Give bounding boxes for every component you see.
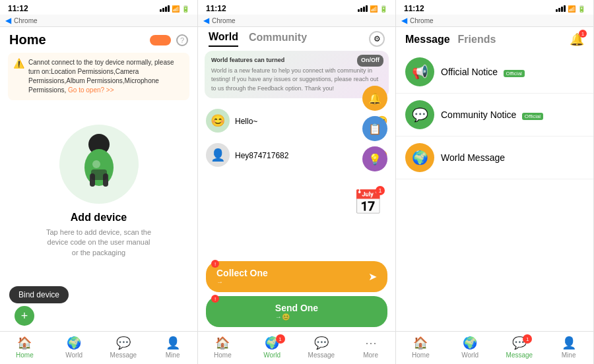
battery-icon-3: 🔋 [578,5,585,13]
collect-red-dot: ! [211,260,219,268]
nav-world-3[interactable]: 🌍 World [446,336,495,359]
settings-button[interactable]: ⚙ [369,31,385,47]
official-badge-0: Official [504,70,525,77]
add-plus-button[interactable]: + [15,306,34,326]
nav-message-2[interactable]: 💬 Message [297,336,346,359]
calendar-icon: 📅 1 [353,189,382,218]
nav-more-label-2: More [363,351,378,359]
bottom-nav-3: 🏠 Home 🌍 World 1 💬 Message 👤 Mine [396,331,593,364]
nav-world-label-1: World [65,351,82,359]
chrome-label-1: Chrome [14,17,38,24]
action-buttons: ! Collect One → ➤ ! Send One →😊 [198,257,395,331]
bar4 [168,5,170,12]
bell-wrapper: 🔔 1 [570,32,584,47]
go-to-open-link[interactable]: Go to open? >> [68,86,114,94]
bottom-nav-2: 🏠 Home 1 🌍 World 💬 Message ⋯ More [198,331,395,364]
msg-content-1: Hello~ [235,115,371,127]
nav-message-1[interactable]: 💬 Message [99,336,148,359]
tab-world[interactable]: World [209,31,238,47]
nav-home-3[interactable]: 🏠 Home [396,336,446,359]
tab-message[interactable]: Message [405,34,450,46]
tab-community[interactable]: Community [249,32,307,46]
nav-mine-3[interactable]: 👤 Mine [544,336,593,359]
bar3-3 [561,7,563,12]
bar4-2 [366,5,368,12]
help-button[interactable]: ? [176,34,188,46]
bar1-3 [556,9,558,12]
nav-home-label-1: Home [16,351,34,359]
banner-toggle-text: World features can turned [211,57,284,63]
world-message-entry[interactable]: 🌍 World Message [396,136,593,179]
community-notice-title: Community Notice [441,109,516,120]
nav-home-2[interactable]: 🏠 Home [198,336,248,359]
signal-bars-2 [358,5,368,12]
floating-buttons: 🔔 📋 💡 [362,86,387,171]
community-notice-entry[interactable]: 💬 Community Notice Official [396,94,593,136]
message-header: Message Friends 🔔 1 [396,27,593,51]
nav-home-1[interactable]: 🏠 Home [0,336,50,359]
nav-message-3[interactable]: 1 💬 Message [495,336,544,359]
msg-text-1: Hello~ [235,117,257,126]
message-nav-badge: 1 [523,334,532,344]
send-button[interactable]: ! Send One →😊 [206,296,387,327]
chrome-label-3: Chrome [410,17,434,24]
toggle-switch[interactable]: On/Off [357,55,383,67]
mine-icon-3: 👤 [562,336,576,350]
fab-purple[interactable]: 💡 [362,146,387,171]
nav-message-label-3: Message [506,351,533,359]
status-time-2: 11:12 [206,4,226,13]
nav-more-2[interactable]: ⋯ More [346,336,395,359]
device-illustration: Add device Tap here to add device, scan … [0,103,197,286]
warning-text: Cannot connect to the toy device normall… [28,58,184,95]
header-right: ? [150,34,188,46]
status-icons-1: 📶 🔋 [160,5,189,13]
banner-description: World is a new feature to help you conne… [211,67,382,94]
signal-bars-3 [556,5,566,12]
send-red-dot: ! [211,295,219,303]
wifi-icon: 📶 [172,5,180,13]
bottom-nav-1: 🏠 Home 🌍 World 💬 Message 👤 Mine [0,331,197,364]
collect-arrow-icon: ➤ [368,270,377,283]
msg-avatar-2: 👤 [206,143,230,167]
avatar-circle [59,125,139,204]
banner-toggle-label: World features can turned On/Off [211,56,382,65]
nav-mine-1[interactable]: 👤 Mine [148,336,197,359]
message-icon-1: 💬 [116,336,131,350]
bell-badge: 1 [579,30,587,38]
community-notice-icon: 💬 [405,100,434,129]
message-icon-2: 💬 [314,336,329,350]
warning-box: ⚠️ Cannot connect to the toy device norm… [8,53,189,100]
home-icon-2: 🏠 [215,336,230,350]
page-title-home: Home [9,32,46,47]
status-bar-2: 11:12 📶 🔋 [198,0,395,15]
home-header: Home ? [0,27,197,50]
bar2-3 [558,8,560,12]
add-device-subtitle: Tap here to add device, scan the device … [46,228,152,258]
collect-button[interactable]: ! Collect One → ➤ [206,261,387,292]
world-tabs: World Community ⚙ [198,27,395,47]
phone-message: 11:12 📶 🔋 ◀ Chrome Message Friends 🔔 1 📢 [396,0,594,364]
msg-avatar-1: 😊 [206,109,230,133]
bind-device-button[interactable]: Bind device [9,286,69,303]
nav-world-label-2: World [263,351,280,359]
send-sub: →😊 [275,313,318,320]
chrome-bar-1: ◀ Chrome [0,15,197,27]
nav-world-2[interactable]: 1 🌍 World [248,336,297,359]
tab-friends[interactable]: Friends [458,34,496,46]
nav-world-1[interactable]: 🌍 World [50,336,99,359]
calendar-badge: 1 [376,186,385,195]
world-message-title: World Message [441,152,505,163]
fab-yellow[interactable]: 🔔 [362,86,387,111]
nav-message-label-1: Message [110,351,137,359]
wifi-icon-2: 📶 [370,5,378,13]
person-svg [73,131,125,197]
bar1 [160,9,162,12]
status-pill [150,35,171,46]
calendar-float[interactable]: 📅 1 [353,189,382,218]
chrome-label-2: Chrome [212,17,236,24]
nav-mine-label-3: Mine [562,351,576,359]
phone-home: 11:12 📶 🔋 ◀ Chrome Home ? ⚠️ Cannot conn… [0,0,198,364]
official-notice-entry[interactable]: 📢 Official Notice Official [396,51,593,94]
nav-world-label-3: World [461,351,478,359]
fab-blue[interactable]: 📋 [362,116,387,141]
